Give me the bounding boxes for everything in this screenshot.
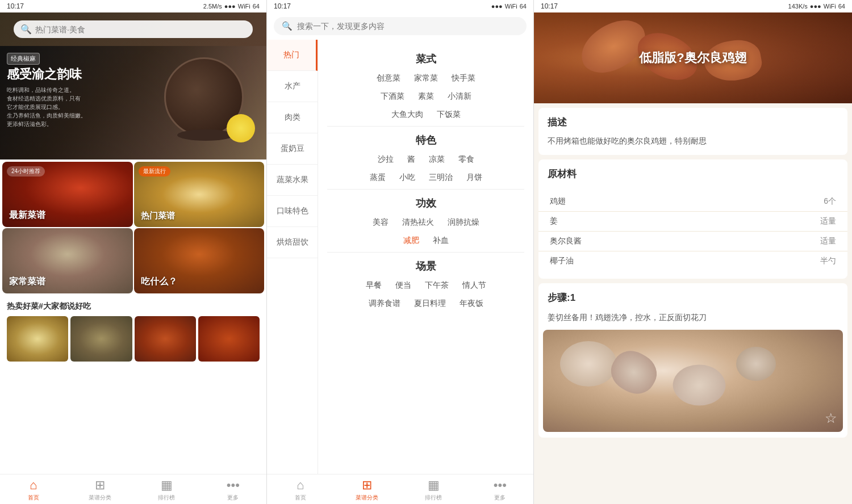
step-header: 步骤:1 <box>538 283 847 308</box>
tag-breakfast[interactable]: 早餐 <box>361 279 386 292</box>
nav-more-label: 更多 <box>227 494 239 502</box>
search-icon-p2: 🔍 <box>282 21 293 31</box>
tag-rice[interactable]: 下饭菜 <box>432 108 465 121</box>
sidebar-item-vegetables[interactable]: 蔬菜水果 <box>267 165 318 196</box>
tag-creative[interactable]: 创意菜 <box>372 72 405 85</box>
recipe-description-section: 描述 不用烤箱也能做好吃的奥尔良鸡翅，特别耐思 <box>538 108 847 155</box>
battery-p3: 64 <box>838 3 845 10</box>
tag-quick[interactable]: 快手菜 <box>447 72 480 85</box>
ingredient-name-2: 奥尔良酱 <box>550 236 582 246</box>
tag-health[interactable]: 调养食谱 <box>364 297 405 310</box>
status-bar-home: 10:17 2.5M/s ●●● WiFi 64 <box>0 0 266 12</box>
tag-egg[interactable]: 蒸蛋 <box>365 171 390 184</box>
hot-item-2[interactable] <box>70 316 132 362</box>
tag-drinking[interactable]: 下酒菜 <box>376 90 409 103</box>
hot-item-3[interactable] <box>135 316 196 362</box>
category-title-cuisine: 菜式 <box>327 52 524 66</box>
network-speed-home: 2.5M/s <box>203 3 222 10</box>
status-time-home: 10:17 <box>7 2 24 10</box>
hero-banner[interactable]: 经典椒麻 感受渝之韵味 吃料调和，品味传奇之道。 食材经选精选优质原料，只有 它… <box>0 46 266 159</box>
p2-category-icon: ⊞ <box>362 478 372 493</box>
sidebar-item-hot[interactable]: 热门 <box>267 40 318 71</box>
card-newest-badge: 24小时推荐 <box>7 166 45 177</box>
search-icon-home: 🔍 <box>20 24 32 35</box>
tag-bento[interactable]: 便当 <box>391 279 416 292</box>
tag-cold[interactable]: 凉菜 <box>424 153 449 166</box>
special-tags: 沙拉 酱 凉菜 零食 <box>327 153 524 166</box>
nav-home[interactable]: ⌂ 首页 <box>0 478 66 502</box>
tag-salad[interactable]: 沙拉 <box>373 153 398 166</box>
effect-tags-2: 减肥 补血 <box>327 234 524 247</box>
p2-search-bar[interactable]: 🔍 <box>274 17 527 35</box>
tag-light[interactable]: 小清新 <box>443 90 476 103</box>
status-right-p2: ●●● WiFi 64 <box>491 3 527 10</box>
sidebar-item-flavor[interactable]: 口味特色 <box>267 196 318 227</box>
sidebar-item-baking[interactable]: 烘焙甜饮 <box>267 227 318 258</box>
tag-lung[interactable]: 润肺抗燥 <box>443 216 484 229</box>
ingredient-name-1: 姜 <box>550 216 558 226</box>
cuisine-tags: 创意菜 家常菜 快手菜 <box>327 72 524 85</box>
category-title-effect: 功效 <box>327 196 524 210</box>
tag-valentines[interactable]: 情人节 <box>458 279 491 292</box>
tag-afternoon-tea[interactable]: 下午茶 <box>420 279 453 292</box>
sidebar-item-seafood[interactable]: 水产 <box>267 71 318 102</box>
hero-badge: 经典椒麻 <box>7 53 40 65</box>
nav-p2-more[interactable]: ••• 更多 <box>467 478 533 502</box>
p2-more-icon: ••• <box>494 478 507 493</box>
nav-category[interactable]: ⊞ 菜谱分类 <box>66 478 133 502</box>
p2-content-area: 热门 水产 肉类 蛋奶豆 蔬菜水果 口味特色 烘焙甜饮 菜式 创意菜 家常菜 快… <box>267 40 533 474</box>
tag-hearty[interactable]: 大鱼大肉 <box>387 108 428 121</box>
tag-blood[interactable]: 补血 <box>428 234 453 247</box>
tag-sandwich[interactable]: 三明治 <box>424 171 457 184</box>
signal-p3: ●●● <box>810 3 821 10</box>
nav-p2-rank[interactable]: ▦ 排行榜 <box>400 478 467 502</box>
p2-category-label: 菜谱分类 <box>356 494 378 502</box>
bookmark-icon[interactable]: ☆ <box>825 410 837 426</box>
card-hot[interactable]: 最新流行 热门菜谱 <box>134 162 265 227</box>
scene-tags: 早餐 便当 下午茶 情人节 <box>327 279 524 292</box>
tag-summer[interactable]: 夏日料理 <box>410 297 450 310</box>
ingredient-amount-1: 适量 <box>820 216 836 226</box>
step-section: 步骤:1 姜切丝备用！鸡翅洗净，控水，正反面切花刀 ☆ <box>538 283 847 437</box>
tag-diet[interactable]: 减肥 <box>399 234 424 247</box>
tag-beauty[interactable]: 美容 <box>368 216 393 229</box>
more-icon: ••• <box>227 478 240 493</box>
ingredient-row-2: 奥尔良酱 适量 <box>538 232 847 251</box>
tag-heat[interactable]: 清热祛火 <box>398 216 438 229</box>
p2-more-label: 更多 <box>494 494 506 502</box>
tag-veg[interactable]: 素菜 <box>414 90 438 103</box>
hot-item-4[interactable] <box>198 316 260 362</box>
p2-search-input[interactable] <box>297 22 519 31</box>
desc-text: 不用烤箱也能做好吃的奥尔良鸡翅，特别耐思 <box>548 135 838 147</box>
nav-p2-home[interactable]: ⌂ 首页 <box>267 478 333 502</box>
ingredient-amount-3: 半勺 <box>820 256 836 266</box>
card-home-cooking[interactable]: 家常菜谱 <box>2 228 133 293</box>
nav-p2-category[interactable]: ⊞ 菜谱分类 <box>333 478 400 502</box>
tag-newyear[interactable]: 年夜饭 <box>455 297 488 310</box>
sidebar-item-meat[interactable]: 肉类 <box>267 102 318 133</box>
status-time-p2: 10:17 <box>274 2 291 10</box>
tag-bite[interactable]: 小吃 <box>395 171 420 184</box>
nav-more[interactable]: ••• 更多 <box>200 478 266 502</box>
scene-tags-2: 调养食谱 夏日料理 年夜饭 <box>327 297 524 310</box>
tag-homecooking[interactable]: 家常菜 <box>410 72 442 85</box>
cuisine-tags-3: 大鱼大肉 下饭菜 <box>327 108 524 121</box>
search-input-home[interactable] <box>35 25 246 34</box>
tag-snack[interactable]: 零食 <box>454 153 479 166</box>
nav-rank[interactable]: ▦ 排行榜 <box>133 478 200 502</box>
network-p3: 143K/s <box>788 3 808 10</box>
hot-item-1[interactable] <box>7 316 68 362</box>
tag-mooncake[interactable]: 月饼 <box>462 171 487 184</box>
nav-rank-label: 排行榜 <box>158 494 175 502</box>
wifi-icon: WiFi <box>238 3 250 10</box>
tag-sauce[interactable]: 酱 <box>403 153 420 166</box>
card-what-to-eat[interactable]: 吃什么？ <box>134 228 265 293</box>
ingredient-amount-2: 适量 <box>820 236 836 246</box>
panel-category: 10:17 ●●● WiFi 64 🔍 热门 水产 肉类 蛋奶豆 蔬菜水果 口味… <box>267 0 534 504</box>
search-bar-home[interactable]: 🔍 <box>14 20 253 38</box>
wifi-p3: WiFi <box>824 3 836 10</box>
category-title-special: 特色 <box>327 133 524 147</box>
card-newest[interactable]: 24小时推荐 最新菜谱 <box>2 162 133 227</box>
sidebar-item-egg[interactable]: 蛋奶豆 <box>267 133 318 165</box>
panel-recipe-detail: 10:17 143K/s ●●● WiFi 64 低脂版?奥尔良鸡翅 描述 不用… <box>534 0 852 504</box>
